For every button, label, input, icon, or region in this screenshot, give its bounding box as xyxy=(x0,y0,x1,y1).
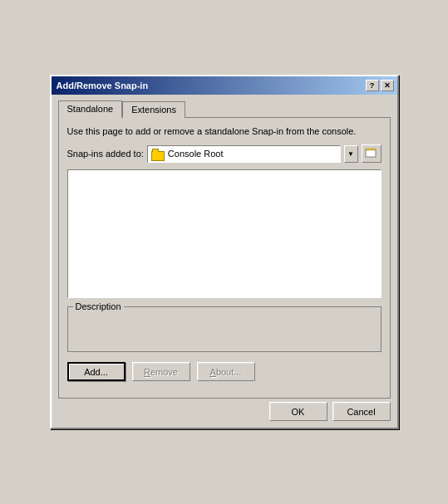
title-bar-buttons: ? ✕ xyxy=(366,80,394,91)
console-root-label: Console Root xyxy=(168,149,224,159)
dropdown-arrow-button[interactable]: ▼ xyxy=(344,145,358,163)
add-button[interactable]: Add... xyxy=(67,362,126,381)
dropdown-container: Console Root ▼ xyxy=(147,144,382,163)
remove-button-label: Remove xyxy=(144,367,178,377)
dialog-window: Add/Remove Snap-in ? ✕ Standalone Extens… xyxy=(50,75,399,429)
tab-standalone[interactable]: Standalone xyxy=(58,100,123,118)
svg-rect-0 xyxy=(366,149,376,157)
tab-panel: Use this page to add or remove a standal… xyxy=(58,117,391,399)
button-row: Add... Remove About... xyxy=(67,362,382,381)
svg-rect-1 xyxy=(367,149,370,150)
remove-button[interactable]: Remove xyxy=(132,362,190,381)
tab-row: Standalone Extensions xyxy=(58,101,391,118)
cancel-button-label: Cancel xyxy=(347,407,375,417)
tab-extensions-label: Extensions xyxy=(131,105,176,115)
cancel-button[interactable]: Cancel xyxy=(332,402,391,421)
ok-button[interactable]: OK xyxy=(269,402,327,421)
edit-button[interactable] xyxy=(362,144,382,163)
bottom-row: OK Cancel xyxy=(58,399,391,421)
help-button[interactable]: ? xyxy=(366,80,379,91)
about-button[interactable]: About... xyxy=(197,362,255,381)
snapins-list[interactable] xyxy=(67,169,382,298)
description-group-label: Description xyxy=(73,301,124,311)
panel-description: Use this page to add or remove a standal… xyxy=(67,126,382,136)
close-button[interactable]: ✕ xyxy=(381,80,394,91)
snapins-row: Snap-ins added to: Console Root ▼ xyxy=(67,144,382,163)
dialog-content: Standalone Extensions Use this page to a… xyxy=(52,95,397,428)
folder-icon xyxy=(151,149,165,159)
title-bar: Add/Remove Snap-in ? ✕ xyxy=(52,76,397,95)
snapins-label: Snap-ins added to: xyxy=(67,149,144,159)
edit-icon xyxy=(365,148,378,159)
dialog-title: Add/Remove Snap-in xyxy=(57,81,149,91)
add-button-label: Add... xyxy=(84,367,108,377)
about-button-label: About... xyxy=(210,367,242,377)
tab-standalone-label: Standalone xyxy=(67,104,114,114)
svg-rect-2 xyxy=(372,149,375,150)
tab-container: Standalone Extensions Use this page to a… xyxy=(58,101,391,399)
description-group: Description xyxy=(67,306,382,352)
console-root-dropdown[interactable]: Console Root xyxy=(147,145,341,163)
ok-button-label: OK xyxy=(292,407,305,417)
tab-extensions[interactable]: Extensions xyxy=(122,101,185,118)
